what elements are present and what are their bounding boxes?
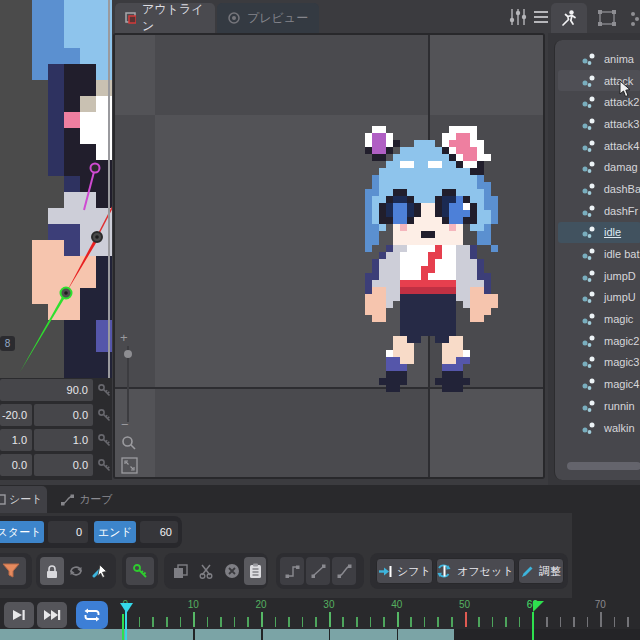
animation-icon — [581, 224, 597, 240]
zoom-in-button[interactable]: + — [120, 330, 128, 345]
adjust-button[interactable]: 調整 — [518, 558, 564, 584]
track-separator — [193, 629, 195, 640]
horizontal-scrollbar[interactable] — [567, 462, 640, 470]
animation-item-label: idle — [604, 226, 621, 238]
animation-icon — [581, 73, 597, 89]
playhead-handle[interactable] — [120, 603, 134, 615]
menu-icon[interactable] — [533, 10, 549, 24]
interp-curve-button[interactable] — [332, 557, 356, 585]
fast-forward-button[interactable] — [37, 602, 67, 628]
animation-item[interactable]: attack3 — [558, 113, 640, 135]
next-frame-icon — [11, 608, 27, 622]
keyframe-key-icon — [97, 433, 111, 447]
animation-item[interactable]: magic2 — [558, 330, 640, 352]
end-marker-line[interactable] — [532, 612, 534, 640]
zoom-slider-handle[interactable] — [124, 350, 132, 358]
fit-view-icon[interactable] — [121, 457, 138, 474]
key-icon-green — [132, 563, 148, 579]
inspector-field[interactable]: 1.0 — [0, 429, 32, 451]
start-value-field[interactable]: 0 — [48, 521, 88, 543]
interp-constant-button[interactable] — [280, 557, 304, 585]
tab-outline[interactable]: アウトライン — [115, 3, 215, 33]
loop-toggle-button[interactable] — [76, 601, 108, 629]
ruler-tick — [546, 617, 548, 627]
bone-green — [20, 289, 70, 372]
offset-button-label: オフセット — [457, 564, 513, 579]
animation-item[interactable]: walkin — [558, 417, 640, 439]
animation-item-label: attack3 — [604, 118, 639, 130]
animation-icon — [581, 268, 597, 284]
ruler-tick — [152, 617, 154, 627]
cycle-button[interactable] — [64, 557, 88, 585]
play-next-frame-button[interactable] — [4, 602, 34, 628]
animation-item[interactable]: damag — [558, 156, 640, 178]
animation-item[interactable]: idle — [558, 222, 640, 244]
end-value-field[interactable]: 60 — [140, 521, 178, 543]
ruler-tick — [451, 617, 453, 627]
lock-button[interactable] — [40, 557, 64, 585]
inspector-field[interactable]: -20.0 — [0, 404, 32, 426]
keyframe-toggle[interactable] — [97, 408, 111, 422]
animation-item[interactable]: dashFr — [558, 200, 640, 222]
frame-number: 50 — [459, 599, 470, 610]
filter-keys-button[interactable] — [0, 557, 26, 585]
inspector-field[interactable]: 0.0 — [0, 454, 32, 476]
zoom-out-button[interactable]: − — [121, 417, 129, 432]
animation-item[interactable]: attack4 — [558, 135, 640, 157]
magnifier-icon[interactable] — [121, 435, 137, 451]
x-circle-icon — [224, 563, 240, 579]
tab-dopesheet[interactable]: シート — [0, 486, 47, 513]
animation-canvas[interactable]: + − — [113, 33, 545, 479]
tab-animations[interactable] — [551, 3, 587, 33]
frame-number: 10 — [188, 599, 199, 610]
inspector-field[interactable]: 90.0 — [0, 379, 93, 401]
animation-item[interactable]: jumpU — [558, 287, 640, 309]
bone-overlay[interactable] — [0, 0, 112, 378]
tab-preview[interactable]: プレビュー — [217, 3, 319, 33]
interp-linear-button[interactable] — [306, 557, 330, 585]
animation-item[interactable]: idle bat — [558, 243, 640, 265]
copy-button[interactable] — [168, 557, 192, 585]
interp-linear-icon — [311, 564, 326, 578]
select-tool-button[interactable] — [88, 557, 112, 585]
filter-settings-icon[interactable] — [508, 8, 528, 26]
animation-item-label: attack4 — [604, 140, 639, 152]
animation-item[interactable]: jumpD — [558, 265, 640, 287]
animation-item[interactable]: runnin — [558, 395, 640, 417]
select-cursor-icon — [92, 563, 109, 580]
character-sprite[interactable] — [358, 126, 512, 392]
tab-curve[interactable]: カーブ — [49, 486, 119, 513]
animation-item[interactable]: dashBa — [558, 178, 640, 200]
add-key-button[interactable] — [126, 557, 154, 585]
animation-item[interactable]: anima — [558, 48, 640, 70]
delete-key-button[interactable] — [220, 557, 244, 585]
inspector-field[interactable]: 0.0 — [34, 404, 93, 426]
timeline-track[interactable] — [0, 629, 454, 640]
ruler-tick — [465, 612, 467, 627]
bones-tool-icon-partial[interactable] — [630, 10, 640, 26]
viewport-scrollbar[interactable] — [108, 0, 110, 378]
inspector-field[interactable]: 1.0 — [34, 429, 93, 451]
animation-icon — [581, 420, 597, 436]
inspector-field[interactable]: 0.0 — [34, 454, 93, 476]
ruler-tick — [397, 612, 399, 627]
ruler-tick — [234, 617, 236, 627]
end-marker-flag[interactable] — [533, 601, 547, 614]
animation-icon — [581, 159, 597, 175]
offset-button[interactable]: オフセット — [436, 558, 515, 584]
shift-button[interactable]: シフト — [376, 558, 433, 584]
playhead-line[interactable] — [125, 611, 127, 640]
keyframe-toggle[interactable] — [97, 458, 111, 472]
animation-item[interactable]: magic — [558, 308, 640, 330]
paste-button[interactable] — [244, 557, 266, 585]
keyframe-toggle[interactable] — [97, 433, 111, 447]
animation-item[interactable]: magic3 — [558, 352, 640, 374]
animation-editor-window: { "colors": { "accent_blue": "#3d85cb", … — [0, 0, 640, 640]
ruler-tick — [193, 612, 195, 627]
transform-select-icon[interactable] — [596, 9, 618, 27]
keyframe-toggle[interactable] — [97, 383, 111, 397]
cut-button[interactable] — [194, 557, 218, 585]
scissors-icon — [199, 564, 214, 579]
animation-item[interactable]: magic4 — [558, 373, 640, 395]
timeline[interactable]: 010203040506070 — [0, 598, 640, 640]
